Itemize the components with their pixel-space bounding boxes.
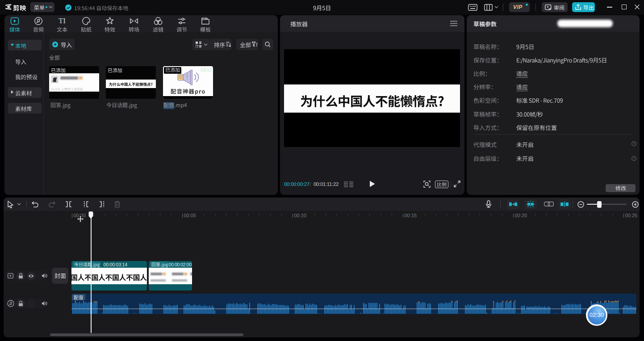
svg-text:?: ? (633, 157, 635, 160)
svg-text:TI: TI (59, 17, 66, 25)
svg-text:?: ? (633, 142, 635, 145)
